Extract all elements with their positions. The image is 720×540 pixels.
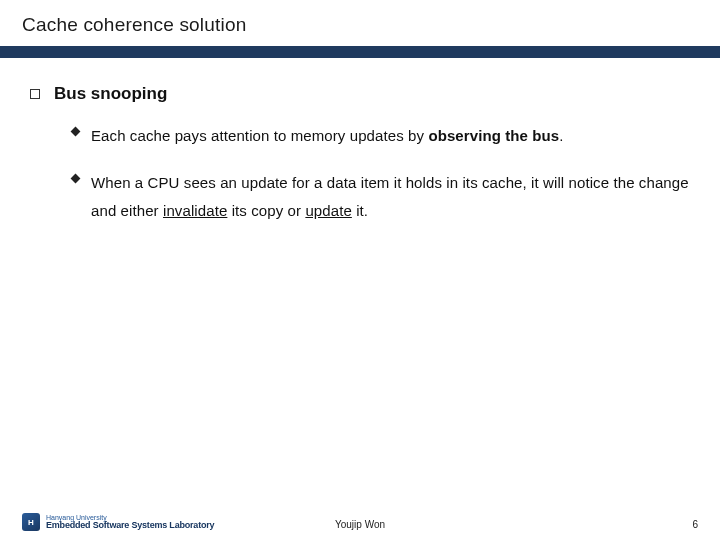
- bold-run: observing the bus: [428, 127, 559, 144]
- page-number: 6: [692, 519, 698, 530]
- title-band: Cache coherence solution: [0, 0, 720, 46]
- list-item: When a CPU sees an update for a data ite…: [72, 169, 692, 226]
- text-run: it.: [352, 202, 368, 219]
- diamond-bullet-icon: [71, 173, 81, 183]
- bullet-list: Each cache pays attention to memory upda…: [30, 122, 692, 226]
- square-bullet-icon: [30, 89, 40, 99]
- content-area: Bus snooping Each cache pays attention t…: [0, 58, 720, 226]
- bullet-text: Each cache pays attention to memory upda…: [91, 122, 564, 151]
- heading-row: Bus snooping: [30, 84, 692, 104]
- diamond-bullet-icon: [71, 127, 81, 137]
- text-run: Each cache pays attention to memory upda…: [91, 127, 428, 144]
- text-run: .: [559, 127, 563, 144]
- footer-author: Youjip Won: [0, 519, 720, 530]
- slide-title: Cache coherence solution: [22, 14, 698, 36]
- title-underline-bar: [0, 46, 720, 58]
- underline-run: invalidate: [163, 202, 227, 219]
- footer: H Hanyang University Embedded Software S…: [0, 504, 720, 540]
- section-heading: Bus snooping: [54, 84, 167, 104]
- text-run: its copy or: [227, 202, 305, 219]
- slide: Cache coherence solution Bus snooping Ea…: [0, 0, 720, 540]
- bullet-text: When a CPU sees an update for a data ite…: [91, 169, 692, 226]
- underline-run: update: [305, 202, 351, 219]
- list-item: Each cache pays attention to memory upda…: [72, 122, 692, 151]
